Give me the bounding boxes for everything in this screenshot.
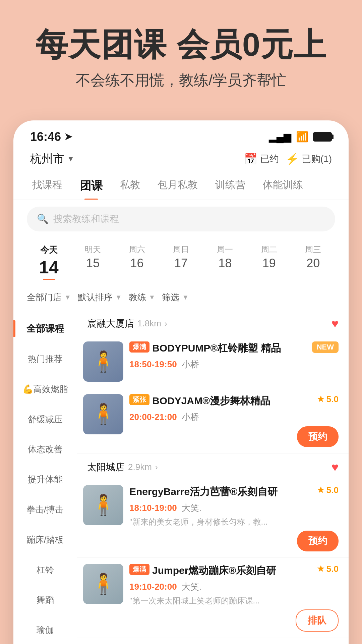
filter-bar: 全部门店 ▼ 默认排序 ▼ 教练 ▼ 筛选 ▼ — [13, 288, 349, 310]
date-18[interactable]: 周一 18 — [203, 241, 247, 283]
tab-group[interactable]: 团课 — [71, 172, 111, 200]
sidebar-item-dance[interactable]: 舞蹈 — [13, 585, 77, 615]
course-teacher-3: 大笑. — [182, 502, 201, 514]
course-time-4: 19:10-20:00 — [129, 582, 177, 592]
star-icon-2: ★ — [317, 394, 324, 404]
filter-sort-arrow: ▼ — [115, 293, 122, 301]
date-label-4: 周一 — [204, 244, 246, 255]
date-17[interactable]: 周日 17 — [159, 241, 203, 283]
sidebar-item-hot[interactable]: 热门推荐 — [13, 344, 77, 374]
date-16[interactable]: 周六 16 — [115, 241, 159, 283]
store-header-2: 太阳城店 2.9km › ♥ — [77, 453, 349, 479]
course-action-row-4: 排队 — [129, 609, 339, 632]
date-num-today: 14 — [28, 257, 69, 277]
tab-camp[interactable]: 训练营 — [206, 172, 254, 200]
store-name-2: 太阳城店 — [87, 461, 125, 474]
course-teacher-2: 小桥 — [182, 411, 199, 423]
tab-pt[interactable]: 私教 — [111, 172, 149, 200]
thumb-person-1: 🧍 — [83, 341, 123, 382]
course-rating-4: ★ 5.0 — [317, 564, 339, 574]
course-rating-3: ★ 5.0 — [317, 485, 339, 495]
course-name-1: BODYPUMP®杠铃雕塑 精品 — [152, 341, 309, 355]
date-20[interactable]: 周三 20 — [291, 241, 335, 283]
hero-section: 每天团课 会员0元上 不会练不用慌，教练/学员齐帮忙 — [0, 0, 362, 110]
store-distance-2: 2.9km — [128, 462, 152, 472]
rating-value-2: 5.0 — [326, 394, 339, 405]
course-list: 宸融大厦店 1.8km › ♥ 🧍 爆满 BODYPUMP®杠铃雕塑 精品 — [77, 310, 349, 644]
bolt-icon: ⚡ — [286, 153, 299, 165]
tab-monthly[interactable]: 包月私教 — [149, 172, 206, 200]
filter-screen-label: 筛选 — [162, 291, 179, 303]
filter-coach[interactable]: 教练 ▼ — [129, 291, 156, 303]
date-num-3: 17 — [160, 256, 201, 270]
course-name-block-1: 爆满 BODYPUMP®杠铃雕塑 精品 — [129, 341, 309, 355]
battery-icon — [313, 132, 332, 142]
status-time: 16:46 ➤ — [30, 130, 72, 144]
hero-title: 每天团课 会员0元上 — [20, 27, 342, 62]
store-fav-1[interactable]: ♥ — [331, 317, 339, 331]
course-name-3: EnergyBarre活力芭蕾®乐刻自研 — [129, 485, 314, 499]
queue-button-4[interactable]: 排队 — [296, 609, 339, 632]
store-info-2[interactable]: 太阳城店 2.9km › — [87, 461, 158, 474]
purchased-button[interactable]: ⚡ 已购(1) — [286, 153, 332, 165]
course-time-2: 20:00-21:00 — [129, 412, 177, 422]
sidebar-item-trampoline[interactable]: 蹦床/踏板 — [13, 525, 77, 555]
course-info-2: 紧张 BODYJAM®漫步舞林精品 ★ 5.0 20:00-21:00 小桥 — [129, 394, 339, 447]
date-label-5: 周二 — [248, 244, 290, 255]
course-time-3: 18:10-19:00 — [129, 503, 177, 513]
course-action-row-2: 预约 — [129, 426, 339, 447]
course-tag-1: 爆满 — [129, 341, 149, 353]
search-icon: 🔍 — [37, 213, 49, 224]
search-bar[interactable]: 🔍 搜索教练和课程 — [27, 207, 335, 231]
booked-button[interactable]: 📅 已约 — [244, 153, 279, 165]
sidebar-item-boxing[interactable]: 拳击/搏击 — [13, 495, 77, 525]
store-info-1[interactable]: 宸融大厦店 1.8km › — [87, 317, 167, 330]
sidebar-item-body[interactable]: 体态改善 — [13, 434, 77, 465]
course-desc-4: "第一次来太阳城上笑老师的蹦床课... — [129, 595, 339, 606]
course-title-line-4: 爆满 Jumper燃动蹦床®乐刻自研 ★ 5.0 — [129, 564, 339, 578]
filter-store[interactable]: 全部门店 ▼ — [27, 291, 71, 303]
filter-screen[interactable]: 筛选 ▼ — [162, 291, 189, 303]
tab-fitness[interactable]: 体能训练 — [254, 172, 312, 200]
rating-value-3: 5.0 — [326, 485, 339, 495]
sidebar-item-stress[interactable]: 舒缓减压 — [13, 405, 77, 435]
location-icon: ➤ — [64, 131, 72, 142]
date-label-1: 明天 — [72, 244, 113, 255]
course-item-4: 🧍 爆满 Jumper燃动蹦床®乐刻自研 ★ 5.0 1 — [77, 558, 349, 638]
phone-card: 16:46 ➤ ▂▄▆ 📶 杭州市 ▼ 📅 已约 ⚡ 已购(1) 找课程 团 — [13, 120, 349, 644]
course-name-2: BODYJAM®漫步舞林精品 — [152, 394, 314, 408]
app-header: 杭州市 ▼ 📅 已约 ⚡ 已购(1) — [13, 147, 349, 172]
date-today[interactable]: 今天 14 — [27, 241, 71, 283]
course-item-3: 🧍 EnergyBarre活力芭蕾®乐刻自研 ★ 5.0 18:10-19:00 — [77, 479, 349, 558]
course-name-block-3: EnergyBarre活力芭蕾®乐刻自研 — [129, 485, 314, 499]
course-time-row-1: 18:50-19:50 小桥 — [129, 359, 339, 370]
store-fav-2[interactable]: ♥ — [331, 460, 339, 474]
book-button-2[interactable]: 预约 — [297, 426, 339, 447]
thumb-person-4: 🧍 — [83, 564, 123, 604]
course-title-line-1: 爆满 BODYPUMP®杠铃雕塑 精品 NEW — [129, 341, 339, 355]
city-selector[interactable]: 杭州市 ▼ — [30, 151, 74, 167]
sidebar-item-yoga[interactable]: 瑜伽 — [13, 615, 77, 644]
sidebar-item-fat[interactable]: 💪高效燃脂 — [13, 374, 77, 405]
tab-find[interactable]: 找课程 — [23, 172, 71, 200]
filter-sort[interactable]: 默认排序 ▼ — [78, 291, 122, 303]
date-19[interactable]: 周二 19 — [247, 241, 291, 283]
store-arrow-1: › — [165, 319, 167, 328]
course-desc-3: "新来的美女老师，身材修长匀称，教... — [129, 517, 339, 527]
course-tag-2: 紧张 — [129, 394, 149, 405]
sidebar-item-enhance[interactable]: 提升体能 — [13, 465, 77, 495]
sidebar-item-barbell[interactable]: 杠铃 — [13, 555, 77, 585]
date-label-today: 今天 — [28, 244, 69, 256]
date-15[interactable]: 明天 15 — [71, 241, 115, 283]
sidebar-item-all[interactable]: 全部课程 — [13, 313, 77, 344]
status-icons: ▂▄▆ 📶 — [269, 131, 332, 143]
date-underline — [43, 279, 55, 280]
booked-label: 已约 — [260, 153, 279, 165]
course-tag-4: 爆满 — [129, 564, 149, 575]
signal-icon: ▂▄▆ — [269, 131, 291, 143]
course-thumb-3: 🧍 — [83, 485, 123, 525]
book-button-3[interactable]: 预约 — [297, 531, 339, 551]
date-selector: 今天 14 明天 15 周六 16 周日 17 周一 18 周二 19 周三 2… — [13, 238, 349, 288]
course-item-1: 🧍 爆满 BODYPUMP®杠铃雕塑 精品 NEW 18:50-19:50 小桥 — [77, 335, 349, 388]
course-item-2: 🧍 紧张 BODYJAM®漫步舞林精品 ★ 5.0 20 — [77, 388, 349, 453]
